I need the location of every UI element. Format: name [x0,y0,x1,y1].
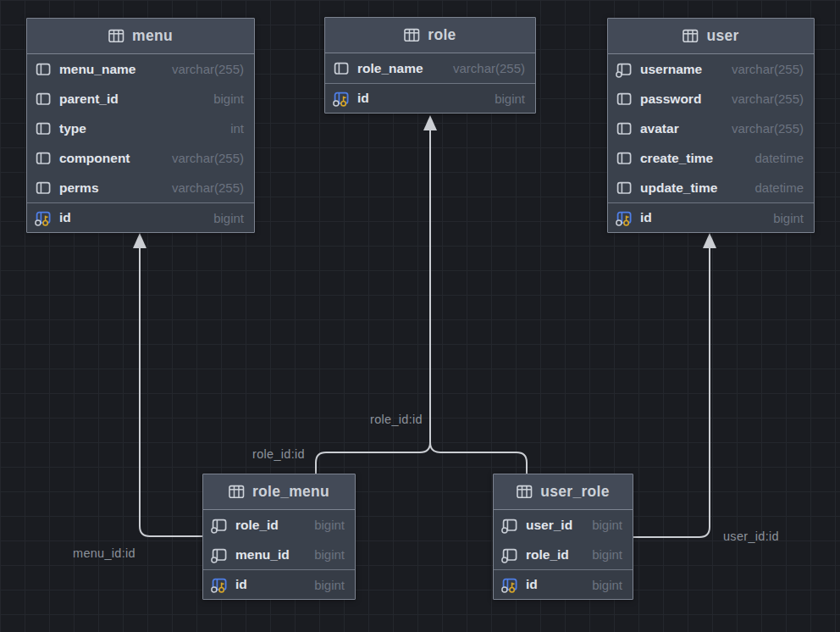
relationship-line[interactable] [633,248,710,537]
relationship-arrowhead [423,115,437,130]
column-type: bigint [583,547,622,562]
column-row-menu-parent_id[interactable]: parent_idbigint [27,84,254,114]
indexed-column-icon [212,547,228,563]
column-name: id [640,210,652,225]
relationship-label: menu_id:id [73,546,135,560]
indexed-column-icon [616,62,633,77]
column-row-role_menu-role_id[interactable]: role_idbigint [203,510,355,540]
er-diagram-canvas[interactable]: menumenu_namevarchar(255)parent_idbigint… [0,0,840,632]
table-title: role [428,26,456,44]
column-type: bigint [583,518,622,532]
column-row-user_role-user_id[interactable]: user_idbigint [494,510,633,540]
table-card-role[interactable]: rolerole_namevarchar(255)idbigint [324,17,536,114]
column-row-role-role_name[interactable]: role_namevarchar(255) [325,53,535,83]
column-icon [36,121,52,136]
indexed-column-icon [212,518,228,533]
table-header-menu[interactable]: menu [27,19,254,54]
column-row-menu-component[interactable]: componentvarchar(255) [27,143,254,173]
column-type: varchar(255) [723,121,804,136]
column-row-user-create_time[interactable]: create_timedatetime [608,143,814,173]
column-name: create_time [640,151,713,166]
table-title: user [706,27,738,45]
column-name: id [59,210,71,225]
column-type: bigint [205,91,244,106]
column-name: id [357,91,369,106]
relationship-label: role_id:id [370,413,423,426]
relationship-arrowhead [133,233,146,248]
column-name: perms [59,180,99,196]
column-name: menu_id [235,547,290,563]
column-row-menu-perms[interactable]: permsvarchar(255) [27,173,254,202]
column-name: component [59,151,130,166]
relationship-label: user_id:id [723,529,779,543]
primary-key-icon [212,577,228,592]
column-name: role_id [526,547,569,563]
column-name: update_time [640,180,717,196]
column-row-menu-id[interactable]: idbigint [27,202,254,232]
column-icon [36,91,52,107]
primary-key-icon [334,91,350,106]
column-icon [616,121,633,136]
column-type: int [222,121,244,136]
column-row-user_role-role_id[interactable]: role_idbigint [494,540,633,569]
column-type: varchar(255) [163,180,244,195]
table-card-user[interactable]: userusernamevarchar(255)passwordvarchar(… [607,18,815,233]
table-card-role_menu[interactable]: role_menurole_idbigintmenu_idbigintidbig… [202,474,356,600]
relationship-line[interactable] [140,248,203,536]
column-type: varchar(255) [163,62,244,76]
column-row-role_menu-id[interactable]: idbigint [203,569,355,599]
relationship-label: role_id:id [252,447,305,461]
column-row-menu-menu_name[interactable]: menu_namevarchar(255) [27,54,254,84]
column-type: datetime [746,151,804,165]
column-type: varchar(255) [723,62,804,76]
column-type: bigint [205,211,244,225]
column-type: datetime [746,180,804,195]
primary-key-icon [616,210,633,225]
column-row-user_role-id[interactable]: idbigint [494,569,633,599]
column-row-user-update_time[interactable]: update_timedatetime [608,173,814,202]
column-name: type [59,121,86,136]
column-name: username [640,62,702,77]
primary-key-icon [36,210,52,225]
column-type: bigint [583,578,622,592]
table-title: role_menu [252,483,329,501]
table-header-user_role[interactable]: user_role [494,474,633,510]
relationship-line[interactable] [430,442,527,474]
column-name: menu_name [59,62,135,77]
column-icon [616,91,633,107]
column-type: bigint [306,578,345,592]
column-icon [334,61,350,76]
table-icon [682,29,699,44]
column-type: varchar(255) [723,91,804,106]
primary-key-icon [502,577,518,592]
table-header-role_menu[interactable]: role_menu [203,474,355,510]
column-row-role-id[interactable]: idbigint [325,83,535,113]
relationship-arrowhead [703,233,716,248]
table-icon [229,485,245,500]
table-icon [517,485,533,500]
table-title: user_role [540,483,610,501]
column-row-user-password[interactable]: passwordvarchar(255) [608,84,814,114]
table-title: menu [132,27,173,45]
column-row-user-avatar[interactable]: avatarvarchar(255) [608,114,814,143]
table-header-role[interactable]: role [325,18,535,53]
table-card-menu[interactable]: menumenu_namevarchar(255)parent_idbigint… [26,18,255,233]
column-name: avatar [640,121,679,136]
column-type: varchar(255) [163,151,244,165]
column-row-menu-type[interactable]: typeint [27,114,254,143]
column-name: user_id [526,518,572,533]
table-header-user[interactable]: user [608,19,814,54]
column-row-user-id[interactable]: idbigint [608,202,814,232]
column-icon [616,180,633,196]
column-icon [36,180,52,196]
indexed-column-icon [502,518,518,533]
column-type: varchar(255) [445,61,525,75]
column-name: parent_id [59,91,119,107]
column-name: role_id [235,518,279,533]
table-icon [404,28,420,43]
table-card-user_role[interactable]: user_roleuser_idbigintrole_idbigintidbig… [493,474,633,600]
column-icon [36,62,52,77]
column-row-user-username[interactable]: usernamevarchar(255) [608,54,814,84]
column-icon [36,151,52,166]
column-row-role_menu-menu_id[interactable]: menu_idbigint [203,540,355,569]
